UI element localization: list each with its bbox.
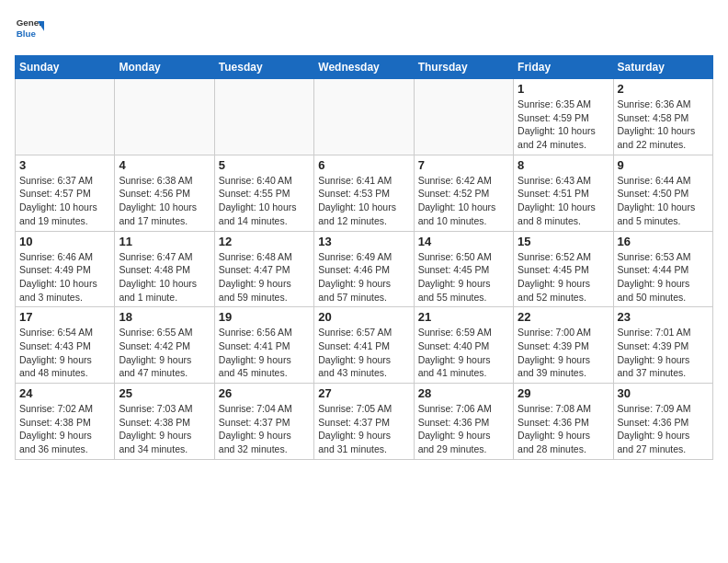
calendar-cell: 9Sunrise: 6:44 AM Sunset: 4:50 PM Daylig… [613, 155, 712, 231]
calendar-cell [314, 79, 414, 155]
weekday-header-friday: Friday [514, 56, 613, 79]
calendar-cell: 21Sunrise: 6:59 AM Sunset: 4:40 PM Dayli… [414, 307, 513, 384]
day-info: Sunrise: 7:03 AM Sunset: 4:38 PM Dayligh… [119, 402, 210, 456]
day-info: Sunrise: 6:35 AM Sunset: 4:59 PM Dayligh… [518, 98, 609, 152]
day-number: 22 [518, 310, 609, 324]
day-number: 30 [618, 386, 709, 400]
day-info: Sunrise: 6:49 AM Sunset: 4:46 PM Dayligh… [318, 250, 409, 304]
day-info: Sunrise: 6:44 AM Sunset: 4:50 PM Dayligh… [618, 174, 709, 228]
page-header: General Blue [15, 15, 713, 44]
day-number: 17 [19, 310, 110, 324]
calendar-cell: 23Sunrise: 7:01 AM Sunset: 4:39 PM Dayli… [613, 307, 712, 384]
calendar-cell: 10Sunrise: 6:46 AM Sunset: 4:49 PM Dayli… [16, 231, 115, 307]
calendar-cell: 14Sunrise: 6:50 AM Sunset: 4:45 PM Dayli… [414, 231, 513, 307]
day-info: Sunrise: 7:08 AM Sunset: 4:36 PM Dayligh… [518, 402, 609, 456]
day-info: Sunrise: 6:42 AM Sunset: 4:52 PM Dayligh… [418, 174, 509, 228]
day-number: 27 [318, 386, 409, 400]
day-number: 13 [318, 235, 409, 248]
day-number: 3 [19, 158, 110, 172]
day-info: Sunrise: 6:50 AM Sunset: 4:45 PM Dayligh… [418, 250, 509, 304]
day-number: 5 [219, 158, 310, 172]
calendar-cell: 13Sunrise: 6:49 AM Sunset: 4:46 PM Dayli… [314, 231, 414, 307]
calendar-cell: 25Sunrise: 7:03 AM Sunset: 4:38 PM Dayli… [115, 384, 214, 460]
logo-icon: General Blue [15, 15, 44, 44]
day-info: Sunrise: 6:46 AM Sunset: 4:49 PM Dayligh… [19, 250, 110, 304]
day-number: 10 [19, 235, 110, 248]
calendar-cell: 2Sunrise: 6:36 AM Sunset: 4:58 PM Daylig… [613, 79, 712, 155]
calendar-cell: 7Sunrise: 6:42 AM Sunset: 4:52 PM Daylig… [414, 155, 513, 231]
day-number: 19 [219, 310, 310, 324]
weekday-header-wednesday: Wednesday [314, 56, 414, 79]
day-info: Sunrise: 6:57 AM Sunset: 4:41 PM Dayligh… [318, 326, 409, 380]
calendar-cell: 3Sunrise: 6:37 AM Sunset: 4:57 PM Daylig… [16, 155, 115, 231]
calendar-cell: 26Sunrise: 7:04 AM Sunset: 4:37 PM Dayli… [214, 384, 313, 460]
calendar-cell: 18Sunrise: 6:55 AM Sunset: 4:42 PM Dayli… [115, 307, 214, 384]
day-number: 26 [219, 386, 310, 400]
day-number: 12 [219, 235, 310, 248]
calendar-cell: 16Sunrise: 6:53 AM Sunset: 4:44 PM Dayli… [613, 231, 712, 307]
day-number: 2 [618, 82, 709, 96]
weekday-header-thursday: Thursday [414, 56, 513, 79]
calendar-cell: 6Sunrise: 6:41 AM Sunset: 4:53 PM Daylig… [314, 155, 414, 231]
day-number: 20 [318, 310, 409, 324]
day-number: 24 [19, 386, 110, 400]
day-info: Sunrise: 6:59 AM Sunset: 4:40 PM Dayligh… [418, 326, 509, 380]
day-info: Sunrise: 7:05 AM Sunset: 4:37 PM Dayligh… [318, 402, 409, 456]
day-number: 7 [418, 158, 509, 172]
day-info: Sunrise: 6:56 AM Sunset: 4:41 PM Dayligh… [219, 326, 310, 380]
day-number: 18 [119, 310, 210, 324]
day-number: 21 [418, 310, 509, 324]
calendar-cell: 19Sunrise: 6:56 AM Sunset: 4:41 PM Dayli… [214, 307, 313, 384]
calendar-cell: 12Sunrise: 6:48 AM Sunset: 4:47 PM Dayli… [214, 231, 313, 307]
calendar-cell: 29Sunrise: 7:08 AM Sunset: 4:36 PM Dayli… [514, 384, 613, 460]
calendar-cell: 4Sunrise: 6:38 AM Sunset: 4:56 PM Daylig… [115, 155, 214, 231]
day-info: Sunrise: 6:48 AM Sunset: 4:47 PM Dayligh… [219, 250, 310, 304]
calendar-week-5: 24Sunrise: 7:02 AM Sunset: 4:38 PM Dayli… [16, 384, 713, 460]
day-info: Sunrise: 7:09 AM Sunset: 4:36 PM Dayligh… [618, 402, 709, 456]
calendar-week-1: 1Sunrise: 6:35 AM Sunset: 4:59 PM Daylig… [16, 79, 713, 155]
day-number: 4 [119, 158, 210, 172]
weekday-header-saturday: Saturday [613, 56, 712, 79]
day-number: 29 [518, 386, 609, 400]
calendar-week-2: 3Sunrise: 6:37 AM Sunset: 4:57 PM Daylig… [16, 155, 713, 231]
day-info: Sunrise: 6:40 AM Sunset: 4:55 PM Dayligh… [219, 174, 310, 228]
day-number: 9 [618, 158, 709, 172]
calendar-cell: 22Sunrise: 7:00 AM Sunset: 4:39 PM Dayli… [514, 307, 613, 384]
day-info: Sunrise: 6:47 AM Sunset: 4:48 PM Dayligh… [119, 250, 210, 304]
day-info: Sunrise: 6:36 AM Sunset: 4:58 PM Dayligh… [618, 98, 709, 152]
weekday-header-sunday: Sunday [16, 56, 115, 79]
day-number: 6 [318, 158, 409, 172]
calendar-cell: 30Sunrise: 7:09 AM Sunset: 4:36 PM Dayli… [613, 384, 712, 460]
day-number: 23 [618, 310, 709, 324]
day-info: Sunrise: 6:54 AM Sunset: 4:43 PM Dayligh… [19, 326, 110, 380]
svg-text:Blue: Blue [17, 29, 37, 39]
calendar-cell: 24Sunrise: 7:02 AM Sunset: 4:38 PM Dayli… [16, 384, 115, 460]
calendar-cell [414, 79, 513, 155]
day-info: Sunrise: 6:53 AM Sunset: 4:44 PM Dayligh… [618, 250, 709, 304]
calendar-cell [214, 79, 313, 155]
day-info: Sunrise: 6:41 AM Sunset: 4:53 PM Dayligh… [318, 174, 409, 228]
calendar-cell: 28Sunrise: 7:06 AM Sunset: 4:36 PM Dayli… [414, 384, 513, 460]
weekday-header-tuesday: Tuesday [214, 56, 313, 79]
day-info: Sunrise: 6:37 AM Sunset: 4:57 PM Dayligh… [19, 174, 110, 228]
weekday-header-row: SundayMondayTuesdayWednesdayThursdayFrid… [16, 56, 713, 79]
calendar-cell: 17Sunrise: 6:54 AM Sunset: 4:43 PM Dayli… [16, 307, 115, 384]
calendar-cell: 15Sunrise: 6:52 AM Sunset: 4:45 PM Dayli… [514, 231, 613, 307]
day-number: 25 [119, 386, 210, 400]
day-info: Sunrise: 6:43 AM Sunset: 4:51 PM Dayligh… [518, 174, 609, 228]
day-number: 15 [518, 235, 609, 248]
calendar-week-4: 17Sunrise: 6:54 AM Sunset: 4:43 PM Dayli… [16, 307, 713, 384]
day-number: 11 [119, 235, 210, 248]
day-info: Sunrise: 7:01 AM Sunset: 4:39 PM Dayligh… [618, 326, 709, 380]
day-number: 28 [418, 386, 509, 400]
day-info: Sunrise: 6:55 AM Sunset: 4:42 PM Dayligh… [119, 326, 210, 380]
calendar-week-3: 10Sunrise: 6:46 AM Sunset: 4:49 PM Dayli… [16, 231, 713, 307]
calendar-table: SundayMondayTuesdayWednesdayThursdayFrid… [15, 55, 713, 460]
calendar-cell: 8Sunrise: 6:43 AM Sunset: 4:51 PM Daylig… [514, 155, 613, 231]
day-info: Sunrise: 7:04 AM Sunset: 4:37 PM Dayligh… [219, 402, 310, 456]
day-number: 14 [418, 235, 509, 248]
day-info: Sunrise: 7:06 AM Sunset: 4:36 PM Dayligh… [418, 402, 509, 456]
calendar-cell: 5Sunrise: 6:40 AM Sunset: 4:55 PM Daylig… [214, 155, 313, 231]
weekday-header-monday: Monday [115, 56, 214, 79]
day-number: 1 [518, 82, 609, 96]
